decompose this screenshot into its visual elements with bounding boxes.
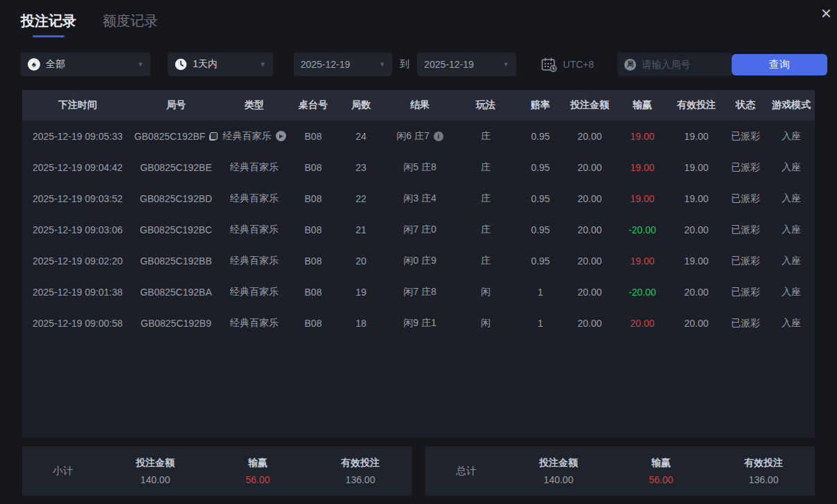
cell-round-id: GB0825C192BC: [133, 224, 219, 235]
cell-bet-time-text: 2025-12-19 09:00:58: [33, 318, 123, 329]
chevron-down-icon: ▼: [379, 61, 385, 68]
cell-game-type-text: 经典百家乐: [230, 286, 279, 298]
cell-valid-bet: 19.00: [669, 255, 723, 267]
cell-table-no-text: B08: [305, 193, 322, 204]
cell-win-loss: 19.00: [615, 255, 669, 267]
date-to-value: 2025-12-19: [424, 59, 474, 70]
total-valid-bet: 有效投注 136.00: [712, 457, 815, 485]
cell-result: 闲7 庄0: [385, 224, 455, 236]
tab-bet-records[interactable]: 投注记录: [21, 12, 76, 37]
cell-win-loss-text: 19.00: [630, 131, 654, 142]
cell-win-loss-text: 19.00: [630, 162, 654, 173]
cell-result: 闲7 庄8: [385, 286, 455, 298]
cell-game-type-text: 经典百家乐: [223, 130, 272, 143]
cell-valid-bet-text: 19.00: [684, 193, 708, 204]
copy-icon[interactable]: [209, 132, 218, 141]
cell-table-no: B08: [290, 193, 337, 204]
cell-game-type-text: 经典百家乐: [230, 161, 279, 174]
stat-label: 有效投注: [309, 457, 412, 469]
cell-game-mode: 入座: [768, 286, 815, 298]
cell-bet-amount-text: 20.00: [577, 318, 601, 329]
column-header-8: 投注金额: [564, 99, 615, 111]
cell-status: 已派彩: [723, 161, 768, 174]
cell-valid-bet-text: 20.00: [684, 287, 708, 298]
cell-table-no: B08: [290, 162, 337, 173]
cell-win-loss-text: 20.00: [630, 318, 654, 329]
cell-bet-amount-text: 20.00: [577, 255, 601, 267]
cell-play: 庄: [455, 161, 517, 174]
cell-table-no: B08: [290, 224, 337, 235]
subtotal-panel: 小计 投注金额 140.00 输赢 56.00 有效投注 136.00: [22, 447, 412, 496]
stat-value: 136.00: [712, 474, 815, 485]
cell-odds: 0.95: [517, 162, 564, 173]
cell-play-text: 闲: [481, 286, 491, 298]
subtotal-bet-amount: 投注金额 140.00: [104, 457, 206, 485]
clock-icon: [175, 58, 187, 71]
cell-bet-amount: 20.00: [564, 287, 615, 298]
cell-round-count-text: 21: [355, 224, 367, 235]
tab-quota-records[interactable]: 额度记录: [103, 12, 158, 37]
cell-win-loss: -20.00: [615, 287, 669, 298]
query-button[interactable]: 查询: [732, 54, 827, 75]
cell-game-type: 经典百家乐: [219, 255, 290, 267]
table-body: 2025-12-19 09:05:33GB0825C192BF经典百家乐B082…: [22, 120, 815, 339]
cell-round-id-text: GB0825C192BA: [140, 287, 212, 298]
replay-icon[interactable]: [276, 131, 286, 141]
cell-bet-time: 2025-12-19 09:03:06: [22, 224, 133, 235]
cell-game-mode: 入座: [768, 255, 815, 267]
cell-odds: 1: [517, 287, 564, 298]
time-range-dropdown[interactable]: 1天内 ▼: [168, 53, 272, 76]
cell-game-type-text: 经典百家乐: [230, 192, 279, 205]
close-icon[interactable]: ×: [821, 3, 831, 24]
cell-play-text: 庄: [481, 192, 491, 205]
cell-play-text: 庄: [481, 224, 491, 236]
cell-bet-amount: 20.00: [564, 162, 615, 173]
cell-game-type-text: 经典百家乐: [230, 317, 279, 330]
game-type-dropdown[interactable]: ♠ 全部 ▼: [21, 53, 150, 76]
chevron-down-icon: ▼: [260, 61, 266, 68]
cell-round-count: 21: [337, 224, 385, 235]
cell-game-mode-text: 入座: [782, 286, 801, 298]
cell-play: 闲: [455, 286, 517, 298]
cell-play-text: 闲: [481, 317, 491, 330]
total-panel: 总计 投注金额 140.00 输赢 56.00 有效投注 136.00: [425, 447, 815, 496]
cell-play: 庄: [455, 255, 517, 267]
table-row: 2025-12-19 09:03:06GB0825C192BC经典百家乐B082…: [22, 214, 815, 245]
cell-round-id: GB0825C192BF: [133, 131, 219, 142]
table-row: 2025-12-19 09:03:52GB0825C192BD经典百家乐B082…: [22, 183, 815, 214]
timezone-group: UTC+8: [541, 57, 594, 72]
round-search-input[interactable]: [642, 59, 724, 70]
date-from-dropdown[interactable]: 2025-12-19 ▼: [294, 53, 392, 76]
cell-round-id-text: GB0825C192BB: [140, 255, 212, 267]
cell-status: 已派彩: [723, 192, 768, 205]
cell-game-mode-text: 入座: [782, 161, 801, 174]
info-icon[interactable]: i: [434, 132, 443, 141]
date-from-value: 2025-12-19: [301, 59, 351, 70]
cell-status-text: 已派彩: [731, 317, 760, 330]
cell-bet-amount: 20.00: [564, 318, 615, 329]
cell-valid-bet-text: 19.00: [684, 255, 708, 267]
column-header-1: 局号: [133, 99, 219, 111]
cell-game-mode-text: 入座: [782, 317, 801, 330]
cell-result: 闲9 庄1: [385, 317, 455, 330]
cell-bet-time: 2025-12-19 09:05:33: [22, 131, 133, 142]
cell-status: 已派彩: [723, 224, 768, 236]
subtotal-label: 小计: [22, 465, 104, 478]
cell-status-text: 已派彩: [731, 255, 760, 267]
cell-win-loss: 19.00: [615, 131, 669, 142]
cell-bet-time: 2025-12-19 09:00:58: [22, 318, 133, 329]
stat-value: 56.00: [206, 474, 309, 485]
date-to-dropdown[interactable]: 2025-12-19 ▼: [417, 53, 516, 76]
calendar-clock-icon[interactable]: [541, 57, 557, 72]
cell-win-loss-text: -20.00: [628, 224, 656, 235]
cell-odds-text: 0.95: [531, 224, 549, 235]
tab-bet-records-label: 投注记录: [21, 13, 76, 28]
cell-bet-amount: 20.00: [564, 131, 615, 142]
table-row: 2025-12-19 09:02:20GB0825C192BB经典百家乐B082…: [22, 245, 815, 276]
cell-odds-text: 1: [538, 287, 543, 298]
cell-valid-bet: 20.00: [669, 318, 723, 329]
cell-odds-text: 0.95: [531, 162, 549, 173]
cell-result-text: 闲7 庄8: [403, 286, 436, 298]
cell-bet-time-text: 2025-12-19 09:03:52: [33, 193, 123, 204]
column-header-12: 游戏模式: [768, 99, 815, 111]
